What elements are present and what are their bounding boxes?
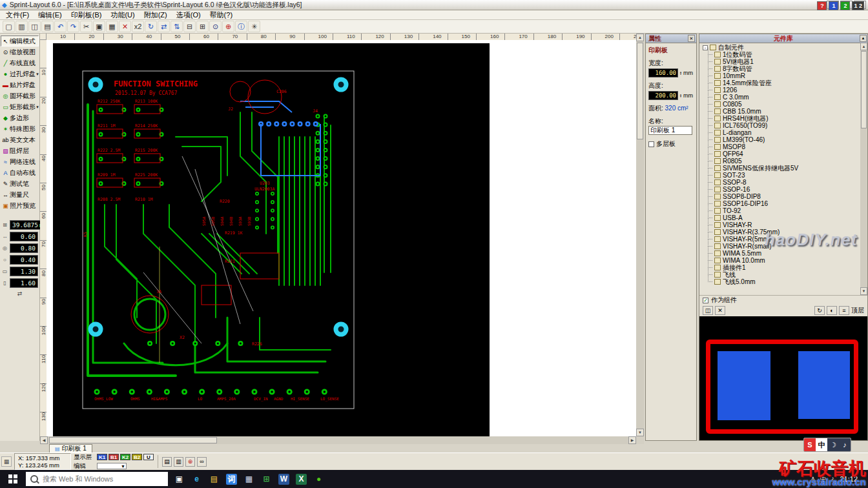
library-item[interactable]: 1206	[703, 86, 860, 94]
layer-toggle[interactable]: K2	[120, 454, 130, 460]
track-width-value[interactable]: ↔ 0.60	[1, 232, 38, 241]
close-icon[interactable]: ✕	[688, 35, 695, 42]
library-item[interactable]: VISHAY-R	[703, 221, 860, 229]
grid-button[interactable]: ⊞	[196, 21, 209, 32]
snap-button[interactable]: ⊕	[222, 21, 234, 32]
pad-drill-value[interactable]: ○ 0.40	[1, 255, 38, 265]
taskbar-search[interactable]	[26, 472, 168, 486]
scroll-right-icon[interactable]: ▶	[628, 436, 636, 444]
task-view-button[interactable]: ▣	[170, 470, 188, 488]
board-name-input[interactable]	[648, 126, 692, 135]
library-item[interactable]: VISHAY-R(5mm)	[703, 236, 860, 243]
library-item[interactable]: VISHAY-R(3.75mm)	[703, 229, 860, 236]
library-item[interactable]: LM399(TO-46)	[703, 136, 860, 143]
save-component-icon[interactable]: ◫	[703, 306, 713, 315]
undo-button[interactable]: ↶	[54, 21, 67, 32]
stepper-icon[interactable]: ▲▼	[679, 71, 682, 76]
width-value[interactable]: 160.00	[648, 68, 678, 77]
green-app-icon[interactable]: ●	[310, 470, 327, 488]
library-item[interactable]: QFP64	[703, 150, 860, 158]
menu-item[interactable]: 文件(F)	[1, 10, 34, 20]
tab-board-1[interactable]: ▤ 印刷板 1	[49, 444, 92, 452]
edge-icon[interactable]: e	[188, 470, 205, 488]
chevron-down-icon[interactable]: ▼	[36, 72, 40, 76]
collapse-minus-icon[interactable]: -	[703, 45, 708, 50]
calculator-icon[interactable]: ▦	[240, 470, 258, 488]
open-button[interactable]: ▥	[16, 21, 28, 32]
library-item[interactable]: C 3.0mm	[703, 94, 860, 101]
layer-toggle[interactable]: B1	[108, 454, 119, 460]
board-flip-icon[interactable]: ▥	[174, 457, 183, 467]
tool-track[interactable]: ╱ 布线直线	[1, 57, 39, 68]
swap-values-icon[interactable]: ⇄	[1, 290, 38, 297]
taskbar-clock[interactable]: 21:12	[840, 475, 858, 483]
ime-cn-icon[interactable]: 中	[816, 438, 827, 451]
scroll-left-icon[interactable]: ◀	[40, 436, 48, 444]
info-button[interactable]: ⓘ	[235, 21, 247, 32]
tool-smd-pad[interactable]: ▬ 贴片焊盘	[1, 79, 39, 90]
tray-ime-icon[interactable]: 中	[820, 475, 826, 483]
scroll-thumb[interactable]	[637, 43, 643, 139]
library-item[interactable]: SSOP-8	[703, 179, 860, 186]
tool-autoroute[interactable]: A 自动布线	[1, 167, 39, 178]
ime-sound-icon[interactable]: ♪	[839, 438, 851, 451]
tool-polygon[interactable]: ◆ 多边形	[1, 112, 39, 123]
library-scrollbar[interactable]: ▲ ▼	[860, 43, 867, 295]
mirror-h-button[interactable]: ⇄	[158, 21, 170, 32]
tool-special-shape[interactable]: ✶ 特殊图形	[1, 123, 39, 134]
menu-item[interactable]: 帮助(?)	[205, 10, 237, 20]
smd-width-value[interactable]: ▭ 1.30	[1, 267, 38, 276]
library-item[interactable]: SOT-23	[703, 172, 860, 179]
collapse-icon[interactable]: ▲	[860, 35, 867, 42]
menu-item[interactable]: 选项(O)	[172, 10, 205, 20]
rotate-button[interactable]: ↻	[145, 21, 157, 32]
tool-test-pen[interactable]: ✎ 测试笔	[1, 178, 39, 189]
rotate-icon[interactable]: ↻	[814, 306, 825, 315]
align-button[interactable]: ⊟	[183, 21, 196, 32]
dictionary-icon[interactable]: 词	[223, 470, 240, 488]
tool-solder-mask[interactable]: ▨ 阻焊层	[1, 145, 39, 156]
library-item[interactable]: 飞线5.0mm	[703, 278, 860, 285]
library-item[interactable]: ICL7650(TO99)	[703, 122, 860, 129]
scroll-down-icon[interactable]: ▼	[636, 429, 644, 436]
sogou-icon[interactable]: S	[804, 438, 816, 451]
library-item[interactable]: C0805	[703, 101, 860, 108]
scroll-up-icon[interactable]: ▲	[860, 43, 867, 50]
delete-component-icon[interactable]: ✕	[715, 306, 725, 315]
stepper-icon[interactable]: ▲▼	[679, 94, 682, 98]
paste-button[interactable]: ▦	[106, 21, 118, 32]
library-item[interactable]: USB-A	[703, 214, 860, 221]
library-item[interactable]: TO-92	[703, 207, 860, 214]
tool-circle[interactable]: ◎ 圆环截形	[1, 90, 39, 101]
grid-value[interactable]: ⊞ 39.6875mil	[1, 220, 38, 230]
menu-item[interactable]: 附加(Z)	[140, 10, 172, 20]
tool-text[interactable]: ab 英文文本	[1, 134, 39, 145]
library-item[interactable]: HRS4H(继电器)	[703, 115, 860, 122]
tool-measure[interactable]: ↔ 测量尺	[1, 189, 39, 200]
layer-toggle[interactable]: U	[143, 454, 154, 460]
tool-edit-mode[interactable]: ↖ 编辑模式	[1, 36, 39, 46]
layer-2-button[interactable]: 2	[840, 1, 850, 10]
smd-height-value[interactable]: ▯ 1.60	[1, 278, 38, 288]
spreadsheet-icon[interactable]: ⊞	[258, 470, 275, 488]
chevron-down-icon[interactable]: ▼	[36, 105, 40, 109]
tool-rect[interactable]: ▭ 矩形截形 ▼	[1, 101, 39, 112]
word-icon[interactable]: W	[275, 470, 293, 488]
library-item[interactable]: 14.5mm保险管座	[703, 79, 860, 86]
tool-connections[interactable]: ≈ 网络连线	[1, 156, 39, 167]
redo-button[interactable]: ↷	[67, 21, 79, 32]
copy-button[interactable]: ▣	[93, 21, 105, 32]
pcb-viewport[interactable]: FUNCTION SWITCHING2015.12.07 By CCA767R2…	[46, 40, 636, 436]
library-item[interactable]: L-diangan	[703, 129, 860, 136]
grid-toggle-icon[interactable]: ▦	[1, 456, 12, 467]
print-button[interactable]: ▤	[41, 21, 54, 32]
save-button[interactable]: ◫	[28, 21, 41, 32]
menu-item[interactable]: 功能(U)	[106, 10, 139, 20]
tool-zoom-view[interactable]: ⊙ 缩放视图	[1, 46, 39, 57]
horizontal-scrollbar[interactable]: ◀ ▶	[40, 436, 636, 444]
help-button[interactable]: ?	[817, 1, 827, 10]
file-explorer-icon[interactable]: ▤	[205, 470, 223, 488]
zoom-button[interactable]: ⊙	[209, 21, 222, 32]
library-item[interactable]: MSOP8	[703, 143, 860, 150]
search-input[interactable]	[41, 474, 163, 483]
